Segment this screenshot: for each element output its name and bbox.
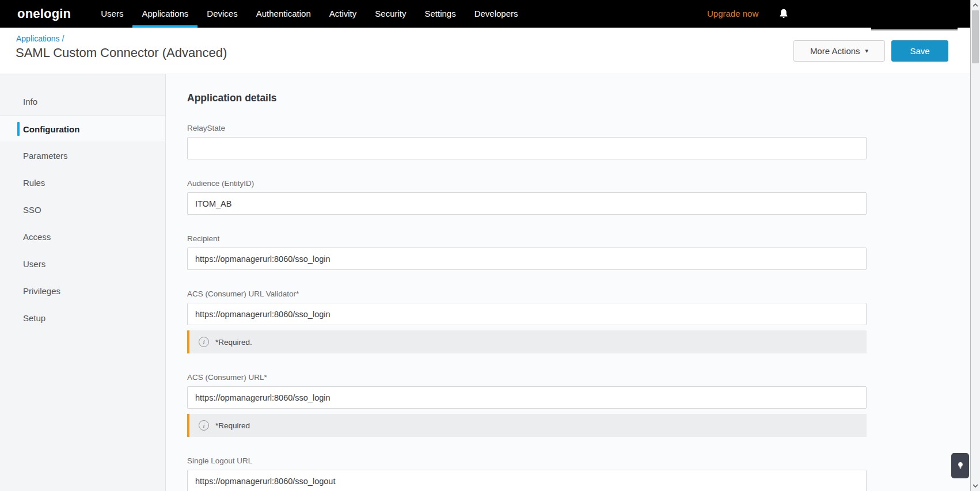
application-details-form: Application details RelayState Audience … bbox=[187, 74, 867, 491]
upgrade-now-link[interactable]: Upgrade now bbox=[707, 0, 758, 28]
scroll-up-arrow-icon[interactable] bbox=[971, 1, 980, 10]
help-lightbulb-button[interactable] bbox=[951, 453, 969, 478]
sidebar-item-label: Parameters bbox=[23, 151, 68, 161]
nav-item-activity[interactable]: Activity bbox=[320, 0, 366, 28]
field-label: Recipient bbox=[187, 234, 867, 243]
recipient-input[interactable] bbox=[187, 248, 867, 270]
sidebar-item-label: Rules bbox=[23, 178, 45, 188]
nav-item-label: Authentication bbox=[256, 9, 311, 18]
single-logout-url-input[interactable] bbox=[187, 470, 867, 491]
sidebar-item-sso[interactable]: SSO bbox=[0, 196, 165, 223]
nav-item-security[interactable]: Security bbox=[366, 0, 415, 28]
field-label: ACS (Consumer) URL Validator* bbox=[187, 290, 867, 298]
notifications-bell-icon[interactable] bbox=[777, 7, 790, 20]
active-tab-underline bbox=[132, 25, 197, 28]
sidebar-item-label: SSO bbox=[23, 205, 41, 215]
breadcrumb[interactable]: Applications / bbox=[16, 34, 64, 43]
save-label: Save bbox=[910, 46, 929, 56]
nav-item-applications[interactable]: Applications bbox=[132, 0, 197, 28]
field-relaystate: RelayState bbox=[187, 124, 867, 159]
sidebar-item-label: Setup bbox=[23, 313, 45, 323]
acs-url-input[interactable] bbox=[187, 386, 867, 409]
more-actions-button[interactable]: More Actions ▾ bbox=[793, 40, 885, 62]
section-title: Application details bbox=[187, 74, 867, 104]
nav-item-label: Settings bbox=[424, 9, 455, 18]
sidebar-item-label: Users bbox=[23, 259, 45, 269]
nav-item-authentication[interactable]: Authentication bbox=[247, 0, 320, 28]
sidebar-item-access[interactable]: Access bbox=[0, 223, 165, 250]
chevron-down-icon: ▾ bbox=[865, 47, 869, 55]
sidebar-item-label: Access bbox=[23, 232, 51, 242]
field-label: Audience (EntityID) bbox=[187, 179, 867, 188]
content-panel: Info Configuration Parameters Rules SSO … bbox=[0, 74, 970, 491]
field-label: ACS (Consumer) URL* bbox=[187, 373, 867, 382]
nav-item-users[interactable]: Users bbox=[92, 0, 132, 28]
sidebar-item-parameters[interactable]: Parameters bbox=[0, 142, 165, 169]
sidebar-item-label: Configuration bbox=[23, 124, 79, 134]
nav-item-devices[interactable]: Devices bbox=[197, 0, 246, 28]
field-single-logout-url: Single Logout URL bbox=[187, 456, 867, 491]
field-label: RelayState bbox=[187, 124, 867, 132]
nav-item-developers[interactable]: Developers bbox=[465, 0, 527, 28]
lightbulb-icon bbox=[956, 462, 964, 470]
relaystate-input[interactable] bbox=[187, 137, 867, 159]
nav-item-settings[interactable]: Settings bbox=[415, 0, 465, 28]
acs-url-validator-input[interactable] bbox=[187, 303, 867, 325]
sidebar-item-info[interactable]: Info bbox=[0, 88, 165, 115]
field-audience-entityid: Audience (EntityID) bbox=[187, 179, 867, 215]
nav-item-label: Users bbox=[101, 9, 123, 18]
navbar-extension bbox=[871, 28, 958, 31]
main-nav: Users Applications Devices Authenticatio… bbox=[92, 0, 527, 28]
nav-item-label: Security bbox=[375, 9, 406, 18]
vertical-scrollbar[interactable] bbox=[970, 0, 980, 491]
page-header: Applications / SAML Custom Connector (Ad… bbox=[0, 28, 970, 74]
audience-entityid-input[interactable] bbox=[187, 192, 867, 215]
scrollbar-thumb[interactable] bbox=[972, 10, 979, 63]
sidebar-item-setup[interactable]: Setup bbox=[0, 305, 165, 332]
sidebar-item-privileges[interactable]: Privileges bbox=[0, 277, 165, 305]
sidebar-item-label: Info bbox=[23, 97, 37, 106]
nav-item-label: Developers bbox=[474, 9, 518, 18]
page-title: SAML Custom Connector (Advanced) bbox=[16, 45, 227, 60]
sidebar-item-users[interactable]: Users bbox=[0, 250, 165, 277]
active-item-indicator bbox=[17, 122, 20, 136]
field-acs-url-validator: ACS (Consumer) URL Validator* i *Require… bbox=[187, 290, 867, 353]
top-navbar: onelogin Users Applications Devices Auth… bbox=[0, 0, 980, 28]
required-note-text: *Required. bbox=[215, 338, 252, 347]
field-label: Single Logout URL bbox=[187, 456, 867, 465]
nav-item-label: Devices bbox=[207, 9, 237, 18]
nav-item-label: Applications bbox=[142, 9, 188, 18]
save-button[interactable]: Save bbox=[891, 40, 948, 62]
app-sidebar: Info Configuration Parameters Rules SSO … bbox=[0, 74, 166, 491]
required-note-text: *Required bbox=[215, 421, 250, 430]
required-note: i *Required bbox=[187, 414, 867, 437]
field-recipient: Recipient bbox=[187, 234, 867, 270]
required-note: i *Required. bbox=[187, 330, 867, 353]
sidebar-item-configuration[interactable]: Configuration bbox=[0, 115, 165, 142]
info-icon: i bbox=[199, 420, 209, 431]
scroll-down-arrow-icon[interactable] bbox=[971, 481, 980, 490]
more-actions-label: More Actions bbox=[810, 46, 860, 56]
sidebar-item-label: Privileges bbox=[23, 286, 60, 296]
sidebar-item-rules[interactable]: Rules bbox=[0, 169, 165, 196]
field-acs-url: ACS (Consumer) URL* i *Required bbox=[187, 373, 867, 437]
info-icon: i bbox=[199, 337, 209, 347]
onelogin-logo[interactable]: onelogin bbox=[17, 0, 71, 28]
nav-item-label: Activity bbox=[329, 9, 357, 18]
